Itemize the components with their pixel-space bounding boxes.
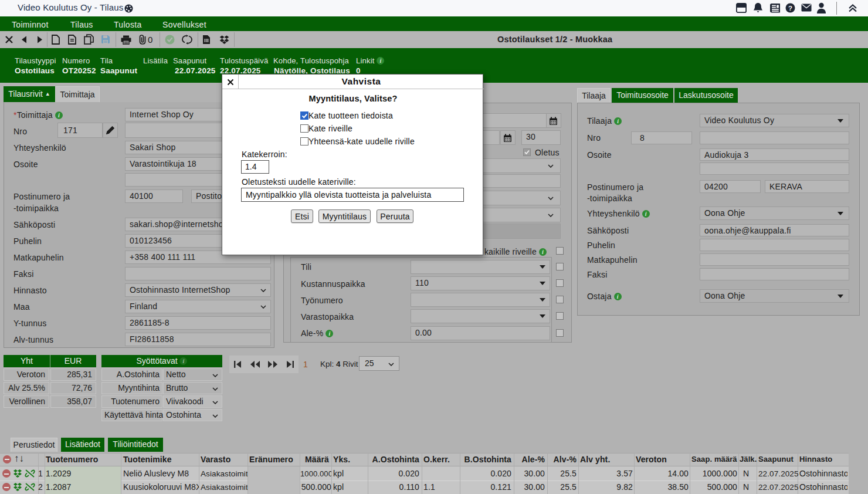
svg-text:?: ? bbox=[788, 5, 792, 12]
